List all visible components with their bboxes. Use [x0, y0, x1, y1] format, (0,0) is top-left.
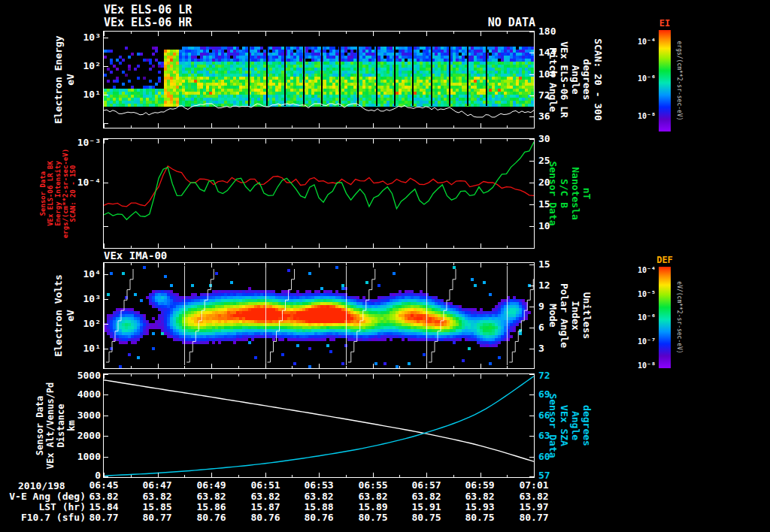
ima-panel-title: VEx IMA-00 — [104, 249, 167, 261]
table-cell: 80.77 — [507, 512, 561, 523]
ephem-right-axis-label: degreesAngleVEx SZASensor Data — [547, 374, 593, 477]
table-cell: 63.82 — [238, 491, 293, 502]
time-tick-label: 06:47 — [130, 480, 184, 491]
plot-title-line2: VEx ELS-06 HR — [104, 17, 192, 29]
ima-right-axis-label: UnitlessIndexPolar AngleMode — [547, 263, 593, 368]
table-cell: 15.93 — [453, 502, 507, 512]
table-cell: 15.86 — [184, 502, 238, 512]
plot-title-line1: VEx ELS-06 LR — [104, 4, 192, 17]
table-cell: 63.82 — [77, 491, 131, 502]
table-cell: 63.82 — [399, 491, 453, 502]
table-cell: 15.91 — [399, 502, 453, 512]
table-cell: 80.75 — [346, 512, 400, 523]
time-tick-label: 06:59 — [453, 480, 507, 491]
table-cell: 15.87 — [238, 502, 293, 512]
time-tick-label: 07:01 — [507, 480, 561, 491]
table-cell: 15.84 — [77, 502, 131, 512]
table-cell: 15.85 — [130, 502, 184, 512]
def-colorbar — [659, 267, 671, 368]
def-colorbar-tick: 10⁻⁵ — [623, 290, 656, 298]
time-tick-label: 06:53 — [292, 480, 346, 491]
table-cell: 80.75 — [453, 512, 507, 523]
table-cell: 80.76 — [184, 512, 238, 523]
ima-y-axis-label: Electron VoltseV — [53, 263, 77, 368]
def-colorbar-tick: 10⁻⁷ — [623, 337, 656, 346]
table-cell: 63.82 — [346, 491, 400, 502]
ei-colorbar-unit: ergs/(cm**2-sr-sec-eV) — [675, 30, 683, 131]
time-tick-label: 06:45 — [77, 480, 131, 491]
els-spectrogram-canvas — [103, 31, 535, 128]
ephemeris-lineplot-canvas — [103, 373, 535, 478]
def-colorbar-tick: 10⁻⁸ — [623, 361, 656, 370]
table-row-label: LST (hr) — [3, 502, 86, 512]
table-cell: 80.76 — [238, 512, 293, 523]
ei-colorbar-tick: 10⁻⁶ — [623, 74, 656, 83]
table-cell: 63.82 — [292, 491, 346, 502]
time-tick-label: 06:51 — [238, 480, 293, 491]
time-tick-label: 06:49 — [184, 480, 238, 491]
ima-spectrogram-canvas — [103, 262, 535, 369]
bfield-y-axis-label: Sensor DataVEx ELS-06 LR BKEnergy Intens… — [39, 139, 77, 248]
table-cell: 15.89 — [346, 502, 400, 512]
ei-colorbar-tick: 10⁻⁴ — [623, 38, 656, 46]
ei-colorbar — [659, 30, 671, 131]
time-tick-label: 06:55 — [346, 480, 400, 491]
bfield-lineplot-canvas — [103, 138, 535, 249]
table-cell: 15.97 — [507, 502, 561, 512]
table-row-label: F10.7 (sfu) — [3, 512, 86, 523]
table-cell: 63.82 — [184, 491, 238, 502]
no-data-label: NO DATA — [421, 17, 535, 29]
bfield-right-axis-label: nTNanoteslaS/C BSensor Data — [547, 139, 593, 248]
els-right-axis-label: SCAN: 20 - 300degreesAngleVEx ELS-06 LRP… — [547, 32, 604, 128]
table-row-label: V-E Ang (deg) — [3, 491, 86, 502]
def-colorbar-tick: 10⁻⁶ — [623, 313, 656, 322]
date-label: 2010/198 — [18, 480, 86, 491]
vex-aspera-quicklook-plot: VEx ELS-06 LR VEx ELS-06 HR NO DATA 10³ … — [0, 0, 770, 532]
def-colorbar-unit: eV/(cm**2-sr-sec-eV) — [675, 267, 683, 368]
table-cell: 63.82 — [507, 491, 561, 502]
ei-colorbar-tick: 10⁻⁸ — [623, 112, 656, 120]
table-cell: 80.75 — [399, 512, 453, 523]
table-cell: 80.77 — [77, 512, 131, 523]
table-cell: 63.82 — [130, 491, 184, 502]
def-colorbar-tick: 10⁻⁴ — [623, 266, 656, 274]
table-cell: 80.77 — [130, 512, 184, 523]
def-colorbar-title: DEF — [650, 255, 680, 265]
time-tick-label: 06:57 — [399, 480, 453, 491]
table-cell: 15.88 — [292, 502, 346, 512]
ei-colorbar-title: EI — [650, 18, 680, 29]
table-cell: 63.82 — [453, 491, 507, 502]
els-y-axis-label: Electron EnergyeV — [53, 32, 77, 128]
ephem-y-axis-label: Sensor DataVEx Alt/Venus/PdDistancekm — [35, 374, 77, 477]
table-cell: 80.76 — [292, 512, 346, 523]
